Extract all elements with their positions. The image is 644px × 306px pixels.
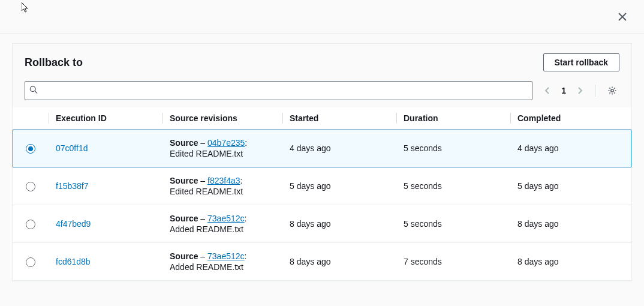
- source-description: Edited README.txt: [170, 149, 275, 158]
- row-radio[interactable]: [26, 220, 35, 229]
- table-row[interactable]: f15b38f7 Source – f823f4a3: Edited READM…: [13, 167, 631, 205]
- source-label: Source: [170, 176, 198, 185]
- source-description: Added README.txt: [170, 262, 275, 272]
- search-input[interactable]: [25, 81, 532, 100]
- row-radio[interactable]: [26, 144, 35, 154]
- execution-id-link[interactable]: 07c0ff1d: [56, 143, 88, 153]
- row-radio[interactable]: [26, 257, 35, 267]
- table-row[interactable]: 4f47bed9 Source – 73ae512c: Added README…: [13, 205, 631, 243]
- next-page-button[interactable]: [574, 84, 585, 97]
- source-hash-link[interactable]: 73ae512c: [207, 214, 245, 223]
- panel-header: Rollback to Start rollback: [13, 44, 631, 81]
- completed-cell: 8 days ago: [510, 243, 631, 281]
- chevron-right-icon: [577, 86, 583, 95]
- pagination: 1: [542, 84, 585, 97]
- duration-cell: 7 seconds: [396, 243, 510, 281]
- close-button[interactable]: [615, 10, 630, 24]
- settings-button[interactable]: [605, 83, 619, 98]
- source-hash-link[interactable]: 04b7e235: [207, 138, 245, 148]
- svg-point-1: [611, 89, 613, 92]
- source-label: Source: [170, 138, 198, 148]
- chevron-left-icon: [544, 86, 550, 95]
- source-hash-link[interactable]: f823f4a3: [207, 176, 240, 185]
- started-cell: 8 days ago: [282, 205, 396, 243]
- started-cell: 5 days ago: [282, 167, 396, 205]
- executions-table: Execution ID Source revisions Started Du…: [13, 107, 631, 281]
- completed-cell: 4 days ago: [510, 130, 631, 167]
- page-number: 1: [558, 86, 570, 95]
- duration-cell: 5 seconds: [396, 130, 510, 167]
- col-header-select: [13, 107, 49, 130]
- completed-cell: 5 days ago: [510, 167, 631, 205]
- svg-point-0: [30, 86, 35, 92]
- toolbar: 1: [13, 81, 631, 107]
- search-icon: [29, 86, 38, 96]
- col-header-completed: Completed: [510, 107, 631, 130]
- execution-id-link[interactable]: f15b38f7: [56, 181, 89, 191]
- cursor-icon: [22, 2, 31, 13]
- col-header-execution-id: Execution ID: [49, 107, 162, 130]
- search-wrapper: [25, 81, 532, 100]
- started-cell: 8 days ago: [282, 243, 396, 281]
- source-description: Edited README.txt: [170, 187, 275, 196]
- table-row[interactable]: 07c0ff1d Source – 04b7e235: Edited READM…: [13, 130, 631, 167]
- source-label: Source: [170, 251, 198, 261]
- started-cell: 4 days ago: [282, 130, 396, 167]
- row-radio[interactable]: [26, 182, 35, 191]
- table-row[interactable]: fcd61d8b Source – 73ae512c: Added README…: [13, 243, 631, 281]
- gear-icon: [607, 86, 617, 95]
- execution-id-link[interactable]: 4f47bed9: [56, 219, 91, 229]
- completed-cell: 8 days ago: [510, 205, 631, 243]
- start-rollback-button[interactable]: Start rollback: [543, 53, 619, 71]
- col-header-duration: Duration: [396, 107, 510, 130]
- toolbar-divider: [595, 85, 595, 97]
- duration-cell: 5 seconds: [396, 167, 510, 205]
- prev-page-button[interactable]: [542, 84, 553, 97]
- modal-header: [0, 0, 644, 34]
- col-header-started: Started: [282, 107, 396, 130]
- source-label: Source: [170, 214, 198, 223]
- col-header-source-revisions: Source revisions: [162, 107, 282, 130]
- source-hash-link[interactable]: 73ae512c: [207, 251, 245, 261]
- rollback-panel: Rollback to Start rollback 1: [12, 43, 632, 281]
- panel-title: Rollback to: [25, 56, 83, 69]
- execution-id-link[interactable]: fcd61d8b: [56, 257, 91, 266]
- duration-cell: 5 seconds: [396, 205, 510, 243]
- close-icon: [618, 13, 627, 21]
- source-description: Added README.txt: [170, 224, 275, 234]
